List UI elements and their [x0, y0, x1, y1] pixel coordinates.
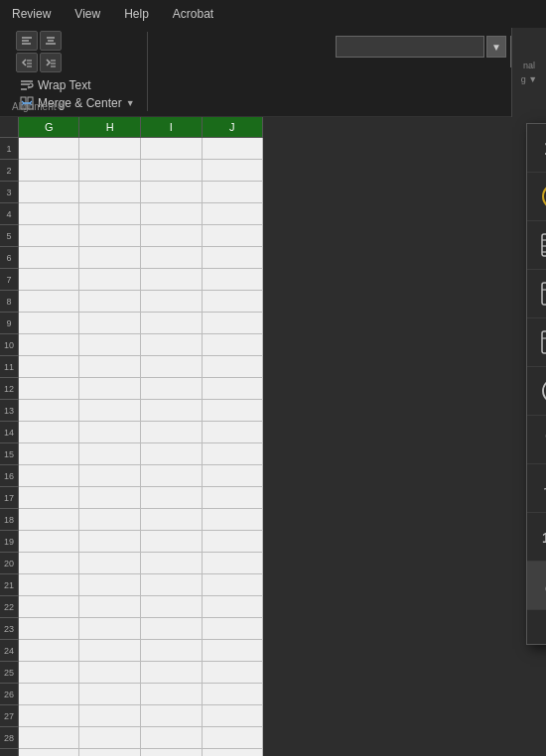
grid-cell[interactable] [19, 574, 80, 596]
grid-cell[interactable] [19, 356, 80, 378]
grid-cell[interactable] [141, 203, 203, 225]
grid-cell[interactable] [203, 662, 264, 684]
grid-cell[interactable] [19, 662, 80, 684]
grid-cell[interactable] [203, 727, 264, 749]
grid-cell[interactable] [19, 334, 80, 356]
grid-cell[interactable] [141, 313, 203, 334]
grid-cell[interactable] [203, 138, 264, 160]
grid-cell[interactable] [203, 749, 264, 756]
grid-cell[interactable] [19, 443, 80, 465]
grid-cell[interactable] [79, 684, 141, 705]
grid-cell[interactable] [79, 356, 141, 378]
dropdown-item-short-date[interactable]: Short Date Bib [527, 270, 546, 318]
grid-cell[interactable] [79, 509, 141, 531]
grid-cell[interactable] [19, 618, 80, 640]
grid-cell[interactable] [79, 247, 141, 269]
grid-cell[interactable] [203, 509, 264, 531]
grid-cell[interactable] [141, 334, 203, 356]
grid-cell[interactable] [203, 160, 264, 182]
grid-cell[interactable] [203, 465, 264, 487]
grid-cell[interactable] [79, 422, 141, 443]
grid-cell[interactable] [141, 487, 203, 509]
grid-cell[interactable] [19, 138, 80, 160]
grid-cell[interactable] [19, 313, 80, 334]
menu-help[interactable]: Help [120, 5, 153, 23]
grid-cell[interactable] [79, 662, 141, 684]
merge-dropdown-icon[interactable]: ▼ [126, 98, 135, 108]
grid-cell[interactable] [19, 422, 80, 443]
menu-acrobat[interactable]: Acrobat [169, 5, 217, 23]
grid-cell[interactable] [79, 334, 141, 356]
grid-cell[interactable] [203, 378, 264, 400]
grid-cell[interactable] [19, 640, 80, 662]
grid-cell[interactable] [141, 182, 203, 203]
align-top-left-btn[interactable] [16, 31, 38, 51]
grid-cell[interactable] [203, 553, 264, 574]
grid-cell[interactable] [203, 313, 264, 334]
grid-cell[interactable] [141, 225, 203, 247]
grid-cell[interactable] [19, 509, 80, 531]
grid-cell[interactable] [79, 225, 141, 247]
indent-increase-btn[interactable] [40, 53, 62, 72]
grid-cell[interactable] [19, 487, 80, 509]
grid-cell[interactable] [203, 356, 264, 378]
grid-cell[interactable] [79, 160, 141, 182]
grid-cell[interactable] [141, 465, 203, 487]
grid-cell[interactable] [203, 531, 264, 553]
grid-cell[interactable] [79, 487, 141, 509]
grid-cell[interactable] [19, 225, 80, 247]
grid-cell[interactable] [141, 727, 203, 749]
grid-cell[interactable] [19, 160, 80, 182]
grid-cell[interactable] [19, 684, 80, 705]
grid-cell[interactable] [141, 160, 203, 182]
grid-cell[interactable] [141, 684, 203, 705]
grid-cell[interactable] [19, 596, 80, 618]
number-format-input[interactable] [336, 36, 484, 58]
grid-cell[interactable] [141, 749, 203, 756]
grid-cell[interactable] [19, 182, 80, 203]
grid-cell[interactable] [79, 182, 141, 203]
grid-cell[interactable] [203, 247, 264, 269]
align-center-btn[interactable] [40, 31, 62, 51]
dropdown-item-text[interactable]: ab Text Bib [527, 562, 546, 610]
grid-cell[interactable] [19, 400, 80, 422]
grid-cell[interactable] [203, 203, 264, 225]
grid-cell[interactable] [79, 596, 141, 618]
grid-cell[interactable] [79, 531, 141, 553]
grid-cell[interactable] [19, 531, 80, 553]
grid-cell[interactable] [141, 443, 203, 465]
grid-cell[interactable] [203, 640, 264, 662]
grid-cell[interactable] [79, 138, 141, 160]
grid-cell[interactable] [141, 378, 203, 400]
grid-cell[interactable] [19, 727, 80, 749]
grid-cell[interactable] [203, 422, 264, 443]
grid-cell[interactable] [79, 291, 141, 313]
dropdown-item-accounting[interactable]: $ 1,234 $ Accounting Bib [527, 221, 546, 270]
col-header-I[interactable]: I [141, 117, 203, 137]
grid-cell[interactable] [19, 749, 80, 756]
grid-cell[interactable] [141, 400, 203, 422]
grid-cell[interactable] [141, 269, 203, 291]
grid-cell[interactable] [141, 640, 203, 662]
grid-cell[interactable] [79, 378, 141, 400]
grid-cell[interactable] [203, 596, 264, 618]
grid-cell[interactable] [141, 138, 203, 160]
grid-cell[interactable] [141, 422, 203, 443]
grid-cell[interactable] [79, 400, 141, 422]
grid-cell[interactable] [141, 531, 203, 553]
format-dropdown-btn[interactable]: ▼ [486, 36, 506, 58]
grid-cell[interactable] [203, 225, 264, 247]
grid-cell[interactable] [203, 269, 264, 291]
grid-cell[interactable] [19, 553, 80, 574]
grid-cell[interactable] [141, 553, 203, 574]
grid-cell[interactable] [141, 662, 203, 684]
grid-cell[interactable] [203, 684, 264, 705]
grid-cell[interactable] [203, 334, 264, 356]
alignment-expand-icon[interactable]: ⧉ [58, 101, 64, 112]
grid-cell[interactable] [203, 618, 264, 640]
indent-decrease-btn[interactable] [16, 53, 38, 72]
grid-cell[interactable] [19, 247, 80, 269]
menu-view[interactable]: View [70, 5, 104, 23]
grid-cell[interactable] [141, 509, 203, 531]
dropdown-item-percentage[interactable]: % Percentage Bib [527, 416, 546, 464]
